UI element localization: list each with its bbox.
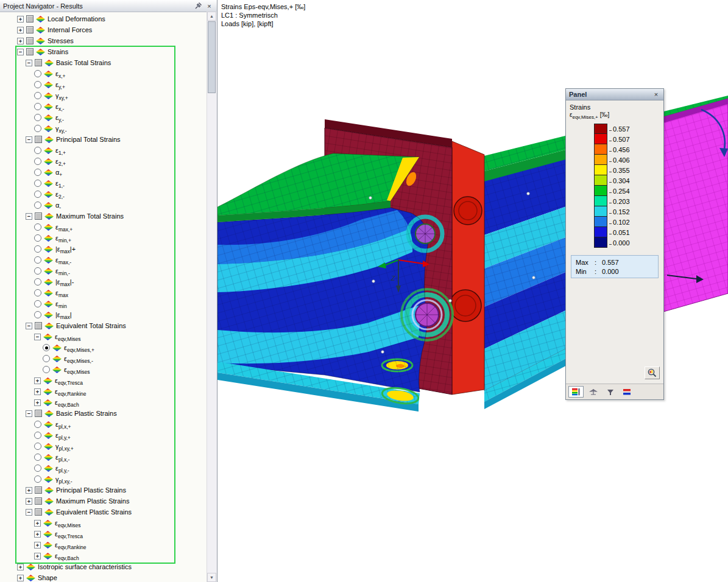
tree-item[interactable]: −Principal Total Strains <box>0 134 207 145</box>
navigator-titlebar[interactable]: Project Navigator - Results × <box>0 0 217 12</box>
tree-expander-icon[interactable]: + <box>17 575 24 581</box>
tree-item[interactable]: +εeqv,Tresca <box>0 528 207 539</box>
tree-radio[interactable] <box>34 465 41 472</box>
pin-icon[interactable] <box>194 1 203 10</box>
tree-checkbox[interactable] <box>35 486 42 494</box>
tree-radio[interactable] <box>34 245 41 253</box>
panel-zoom-button[interactable] <box>645 366 660 379</box>
tree-radio[interactable] <box>34 202 41 209</box>
tree-expander-icon[interactable]: − <box>26 60 32 66</box>
tree-expander-icon[interactable]: + <box>26 498 32 505</box>
tree-item[interactable]: εpl,y,+ <box>0 430 207 441</box>
tree-item[interactable]: ε2,- <box>0 189 207 200</box>
tree-checkbox[interactable] <box>26 15 34 23</box>
tree-item[interactable]: −Basic Total Strains <box>0 57 207 68</box>
tree-expander-icon[interactable]: + <box>34 542 41 549</box>
tree-expander-icon[interactable]: − <box>26 509 32 516</box>
tree-item[interactable]: ε2,+ <box>0 156 207 167</box>
tree-item[interactable]: +Internal Forces <box>0 24 207 35</box>
tree-item[interactable]: εeqv,Mises,- <box>0 353 207 364</box>
tree-radio[interactable] <box>43 366 50 373</box>
panel-tab-color-scale[interactable] <box>568 386 584 398</box>
tree-item[interactable]: −Maximum Total Strains <box>0 211 207 222</box>
tree-expander-icon[interactable]: + <box>34 553 41 559</box>
tree-item[interactable]: |εmax|+ <box>0 244 207 254</box>
tree-radio[interactable] <box>34 169 41 176</box>
tree-radio[interactable] <box>34 125 41 132</box>
tree-radio[interactable] <box>34 267 41 275</box>
tree-item[interactable]: +Maximum Plastic Strains <box>0 496 207 507</box>
tree-item[interactable]: γpl,xy,+ <box>0 441 207 452</box>
tree-expander-icon[interactable]: + <box>34 388 41 395</box>
tree-radio[interactable] <box>34 278 41 286</box>
tree-checkbox[interactable] <box>35 410 42 417</box>
tree-checkbox[interactable] <box>35 508 42 516</box>
tree-item[interactable]: εpl,y,- <box>0 463 207 474</box>
tree-expander-icon[interactable]: + <box>17 38 24 44</box>
tree-item[interactable]: εpl,x,+ <box>0 419 207 430</box>
tree-expander-icon[interactable]: + <box>34 531 41 538</box>
tree-expander-icon[interactable]: − <box>34 334 41 340</box>
tree-expander-icon[interactable]: + <box>17 16 24 23</box>
tree-item[interactable]: γpl,xy,- <box>0 474 207 485</box>
navigator-close-icon[interactable]: × <box>205 1 214 10</box>
tree-item[interactable]: εmax,- <box>0 254 207 265</box>
tree-expander-icon[interactable]: − <box>26 323 32 329</box>
tree-expander-icon[interactable]: + <box>34 377 41 384</box>
tree-item[interactable]: εmin,- <box>0 265 207 276</box>
tree-checkbox[interactable] <box>26 48 34 55</box>
tree-radio[interactable] <box>34 81 41 88</box>
scroll-up-icon[interactable]: ▲ <box>207 12 216 21</box>
tree-radio[interactable] <box>34 223 41 231</box>
tree-checkbox[interactable] <box>26 37 34 44</box>
tree-checkbox[interactable] <box>35 59 42 66</box>
tree-item[interactable]: εy,- <box>0 112 207 123</box>
tree-checkbox[interactable] <box>35 322 42 329</box>
tree-expander-icon[interactable]: − <box>26 410 32 417</box>
tree-item[interactable]: +Shape <box>0 572 207 582</box>
tree-item[interactable]: εmin <box>0 298 207 309</box>
tree-radio[interactable] <box>43 355 50 362</box>
tree-radio[interactable] <box>34 454 41 461</box>
scroll-down-icon[interactable]: ▼ <box>207 573 216 582</box>
tree-item[interactable]: −Equivalent Total Strains <box>0 320 207 331</box>
tree-radio[interactable] <box>34 158 41 165</box>
tree-item[interactable]: ε1,+ <box>0 145 207 156</box>
tree-item[interactable]: εmin,+ <box>0 233 207 244</box>
tree-expander-icon[interactable]: − <box>17 49 24 55</box>
tree-expander-icon[interactable]: + <box>34 520 41 527</box>
tree-item[interactable]: −Basic Plastic Strains <box>0 408 207 419</box>
viewport-3d[interactable]: Strains Eps-eqv,Mises,+ [‰] LC1 : Symmet… <box>217 0 728 582</box>
tree-radio[interactable] <box>34 443 41 450</box>
tree-radio[interactable] <box>34 191 41 198</box>
scrollbar-thumb[interactable] <box>208 21 216 93</box>
tree-radio[interactable] <box>34 147 41 154</box>
tree-expander-icon[interactable]: + <box>34 399 41 406</box>
tree-item[interactable]: εmax,+ <box>0 222 207 233</box>
tree-radio[interactable] <box>34 256 41 264</box>
tree-item[interactable]: +εeqv,Rankine <box>0 386 207 397</box>
tree-item[interactable]: εmax <box>0 287 207 298</box>
tree-item[interactable]: γxy,- <box>0 123 207 134</box>
tree-item[interactable]: εx,- <box>0 101 207 112</box>
tree-item[interactable]: +Principal Plastic Strains <box>0 485 207 496</box>
navigator-scrollbar[interactable]: ▲ ▼ <box>207 12 217 582</box>
tree-expander-icon[interactable]: + <box>17 564 24 570</box>
tree-radio[interactable] <box>34 300 41 307</box>
tree-radio[interactable] <box>34 180 41 187</box>
tree-item[interactable]: εpl,x,- <box>0 452 207 463</box>
panel-tab-filter[interactable] <box>603 386 618 398</box>
tree-item[interactable]: +Local Deformations <box>0 13 207 24</box>
tree-expander-icon[interactable]: + <box>26 487 32 494</box>
tree-radio[interactable] <box>34 114 41 121</box>
panel-tab-deformation-scale[interactable] <box>620 386 635 398</box>
tree-item[interactable]: ε1,- <box>0 178 207 189</box>
tree-item[interactable]: γxy,+ <box>0 90 207 101</box>
tree-item[interactable]: α- <box>0 200 207 211</box>
tree-item[interactable]: εeqv,Mises,+ <box>0 342 207 353</box>
tree-expander-icon[interactable]: + <box>17 27 24 33</box>
tree-checkbox[interactable] <box>35 212 42 220</box>
tree-radio[interactable] <box>43 344 50 351</box>
tree-radio[interactable] <box>34 311 41 318</box>
tree-item[interactable]: −Equivalent Plastic Strains <box>0 507 207 517</box>
